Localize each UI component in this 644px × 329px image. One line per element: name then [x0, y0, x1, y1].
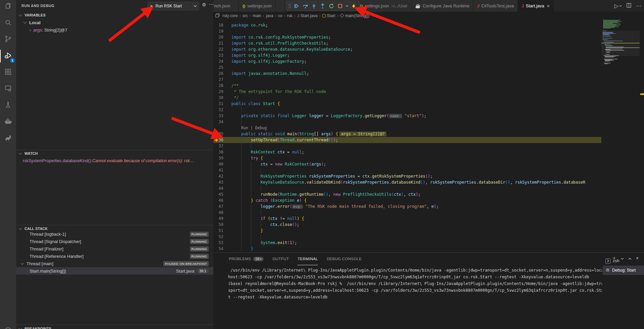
- more-actions-icon[interactable]: ⋯: [209, 1, 214, 7]
- more-actions-icon[interactable]: ⋯: [636, 3, 641, 9]
- launch-config-dropdown[interactable]: ▶ Run RSK Start: [148, 2, 199, 10]
- line-number[interactable]: 38: [213, 149, 223, 155]
- run-play-icon[interactable]: ▶: [151, 4, 153, 8]
- line-number[interactable]: 34: [213, 119, 223, 125]
- step-over-icon[interactable]: [301, 2, 310, 10]
- line-number[interactable]: 51: [213, 228, 223, 234]
- call-stack-thread[interactable]: Thread [logback-1]RUNNING: [16, 230, 213, 238]
- line-number[interactable]: 21: [213, 40, 223, 46]
- chevron-icon[interactable]: [344, 2, 349, 10]
- panel-tab-output[interactable]: OUTPUT: [272, 253, 289, 265]
- codelens-run-debug[interactable]: Run | Debug: [241, 125, 267, 131]
- line-number[interactable]: 42: [213, 173, 223, 179]
- line-number[interactable]: 44: [213, 185, 223, 191]
- split-squares-icon[interactable]: [215, 13, 220, 18]
- call-stack-thread[interactable]: Thread [main]PAUSED ON BREAKPOINT: [16, 260, 213, 267]
- activity-item-remote-explorer[interactable]: [0, 82, 16, 96]
- variables-section-header[interactable]: VARIABLES: [16, 11, 213, 19]
- line-number[interactable]: 27: [213, 77, 223, 83]
- line-number[interactable]: 28: [213, 83, 223, 89]
- line-number[interactable]: 40: [213, 161, 223, 167]
- activity-item-extensions[interactable]: [0, 65, 16, 80]
- tab-configure-java-runtime[interactable]: ☕Configure Java Runtime: [412, 0, 474, 12]
- call-stack-frame-selected[interactable]: Start.main(String[])Start.java36:1: [16, 267, 213, 275]
- line-number[interactable]: 54: [213, 246, 223, 252]
- line-number[interactable]: 50: [213, 222, 223, 228]
- stop-icon[interactable]: [336, 2, 344, 10]
- call-stack-thread[interactable]: Thread [Reference Handler]RUNNING: [16, 252, 213, 260]
- tab-clitoolstest-java[interactable]: JCliToolsTest.java: [473, 0, 518, 12]
- activity-item-source-control[interactable]: [0, 32, 16, 47]
- activity-item-testing[interactable]: [0, 98, 16, 113]
- run-java-button[interactable]: ▷: [614, 3, 622, 9]
- line-number[interactable]: 29: [213, 89, 223, 95]
- activity-item-search[interactable]: [0, 16, 16, 31]
- line-number[interactable]: 32: [213, 107, 223, 113]
- step-out-icon[interactable]: [318, 2, 327, 10]
- code-editor[interactable]: 18package co.rsk;1920import co.rsk.confi…: [213, 19, 644, 252]
- breadcrumb-item[interactable]: rskj-core: [222, 13, 238, 18]
- line-number[interactable]: 20: [213, 34, 223, 40]
- split-editor-icon[interactable]: [627, 3, 631, 9]
- breadcrumb-item[interactable]: main: [253, 13, 261, 18]
- continue-icon[interactable]: [292, 2, 301, 10]
- step-into-icon[interactable]: [310, 2, 318, 10]
- breadcrumb-item[interactable]: main(String[]): [340, 13, 369, 18]
- line-number[interactable]: 25: [213, 64, 223, 70]
- line-number[interactable]: 23: [213, 52, 223, 58]
- terminal-session-debug-start[interactable]: Debug: Start: [603, 266, 644, 275]
- line-number[interactable]: 31: [213, 101, 223, 107]
- line-number[interactable]: 22: [213, 46, 223, 52]
- tab-nch-json[interactable]: nch.json: [213, 0, 239, 12]
- panel-tab-debug-console[interactable]: DEBUG CONSOLE: [327, 253, 362, 265]
- line-number[interactable]: 41: [213, 167, 223, 173]
- gear-icon[interactable]: ⚙: [202, 2, 206, 7]
- breadcrumb-item[interactable]: Start: [322, 13, 335, 18]
- line-number[interactable]: 18: [213, 22, 223, 28]
- terminal-output[interactable]: /usr/bin/env /Library/Internet\ Plug-Ins…: [228, 267, 602, 300]
- restart-icon[interactable]: [327, 2, 336, 10]
- hot-code-replace-icon[interactable]: [349, 2, 358, 10]
- breakpoint-current-arrow-icon[interactable]: [214, 138, 219, 143]
- breadcrumb-item[interactable]: src: [243, 13, 248, 18]
- close-icon[interactable]: ×: [547, 3, 550, 9]
- line-number[interactable]: 46: [213, 197, 223, 203]
- tab-start-java[interactable]: JStart.java×: [518, 0, 554, 12]
- activity-item-docker[interactable]: [0, 114, 16, 129]
- line-number[interactable]: 26: [213, 70, 223, 77]
- watch-section-header[interactable]: WATCH: [16, 150, 213, 157]
- minimap[interactable]: [601, 19, 640, 254]
- watch-expression-row[interactable]: rskSystemProperties.databaseKind(): Cann…: [16, 157, 213, 164]
- call-stack-thread[interactable]: Thread [Signal Dispatcher]RUNNING: [16, 238, 213, 245]
- breadcrumb-item[interactable]: rsk: [287, 13, 292, 18]
- tab-settings-json[interactable]: {}settings.json: [239, 0, 276, 12]
- tab-settings-json[interactable]: {}settings.json~/.../User: [356, 0, 412, 12]
- breadcrumb-item[interactable]: co: [278, 13, 282, 18]
- line-number[interactable]: 35: [213, 131, 223, 137]
- breadcrumb-item[interactable]: java: [266, 13, 273, 18]
- breadcrumb[interactable]: rskj-core›src›main›java›co›rsk›JStart.ja…: [213, 12, 644, 19]
- activity-item-explorer[interactable]: [0, 0, 16, 14]
- terminal-session-zsh[interactable]: ❯zsh: [603, 256, 644, 266]
- line-number[interactable]: 48: [213, 209, 223, 216]
- line-number[interactable]: 19: [213, 28, 223, 34]
- breadcrumb-item[interactable]: JStart.java: [297, 13, 318, 18]
- activity-item-gradle[interactable]: [0, 131, 16, 146]
- line-number[interactable]: 45: [213, 191, 223, 197]
- breakpoints-section-header[interactable]: BREAKPOINTS: [16, 325, 213, 329]
- line-number[interactable]: 52: [213, 234, 223, 240]
- variable-args[interactable]: › args : String[2]@7: [16, 26, 213, 34]
- call-stack-thread[interactable]: Thread [Finalizer]RUNNING: [16, 245, 213, 252]
- activity-item-account[interactable]: [0, 324, 16, 329]
- variables-scope-local[interactable]: Local: [16, 19, 213, 26]
- chevron-down-icon[interactable]: [191, 2, 199, 10]
- line-number[interactable]: 30: [213, 95, 223, 101]
- line-number[interactable]: 37: [213, 143, 223, 149]
- panel-tab-terminal[interactable]: TERMINAL: [298, 253, 318, 265]
- line-number[interactable]: 43: [213, 179, 223, 185]
- line-number[interactable]: 47: [213, 203, 223, 209]
- line-number[interactable]: 53: [213, 240, 223, 246]
- line-number[interactable]: 33: [213, 113, 223, 119]
- panel-tab-problems[interactable]: PROBLEMS1K+: [229, 253, 264, 265]
- line-number[interactable]: 49: [213, 216, 223, 222]
